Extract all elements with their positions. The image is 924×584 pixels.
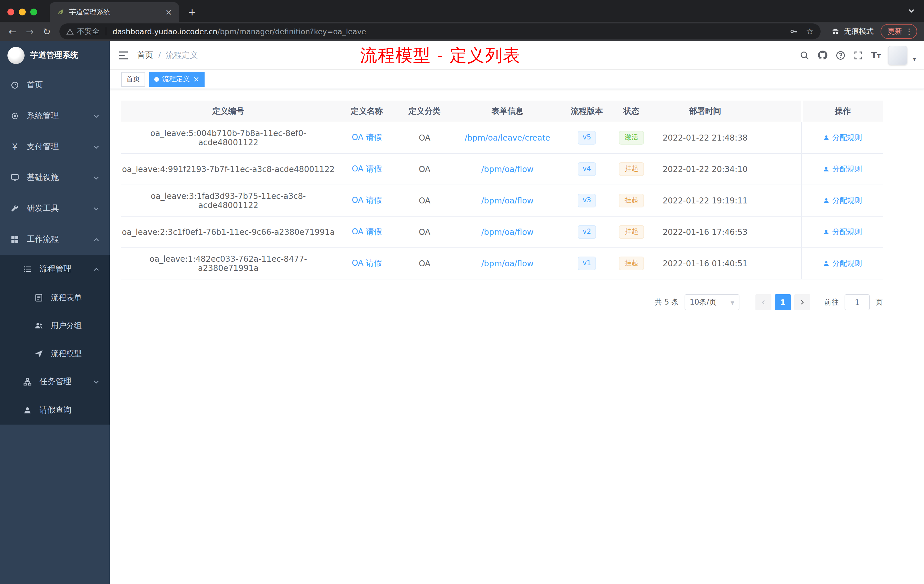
table-row: oa_leave:1:482ec033-762a-11ec-8477-a2380… bbox=[121, 248, 883, 279]
github-icon[interactable] bbox=[817, 50, 828, 61]
update-chip[interactable]: 更新 ⋮ bbox=[881, 24, 917, 39]
assign-rule-button[interactable]: 分配规则 bbox=[823, 258, 862, 269]
column-header-version: 流程版本 bbox=[564, 106, 610, 116]
sidebar-item-process-management[interactable]: 流程管理 bbox=[0, 255, 110, 284]
assign-rule-button[interactable]: 分配规则 bbox=[823, 133, 862, 143]
close-window-button[interactable] bbox=[7, 8, 14, 15]
table-row: oa_leave:2:3c1f0ef1-76b1-11ec-9c66-a2380… bbox=[121, 216, 883, 248]
sidebar-item-home[interactable]: 首页 bbox=[0, 70, 110, 101]
form-link[interactable]: /bpm/oa/flow bbox=[481, 228, 533, 237]
sidebar-item-label: 系统管理 bbox=[27, 111, 59, 121]
dashboard-icon bbox=[10, 81, 20, 90]
tab-close-icon[interactable]: × bbox=[163, 7, 174, 17]
definition-id: oa_leave:2:3c1f0ef1-76b1-11ec-9c66-a2380… bbox=[121, 228, 335, 237]
logo-avatar bbox=[7, 47, 25, 64]
definition-name-link[interactable]: OA 请假 bbox=[352, 195, 382, 205]
screen: 芋道管理系统 × + ← → ↻ 不安全 dashboard.yudao.ioc… bbox=[0, 0, 924, 584]
help-icon[interactable] bbox=[836, 50, 846, 60]
zoom-window-button[interactable] bbox=[30, 8, 37, 15]
definition-name-link[interactable]: OA 请假 bbox=[352, 164, 382, 173]
omnibox-actions: ☆ bbox=[789, 26, 814, 36]
warning-icon bbox=[66, 28, 74, 35]
breadcrumb: 首页 / 流程定义 bbox=[137, 50, 198, 60]
sidebar-item-label: 用户分组 bbox=[51, 320, 82, 331]
chevron-down-icon bbox=[93, 379, 99, 385]
assign-rule-button[interactable]: 分配规则 bbox=[823, 195, 862, 206]
main-area: 首页 / 流程定义 流程模型 - 定义列表 TT ▾ 首页 bbox=[110, 41, 924, 584]
browser-menu-kebab-icon[interactable]: ⋮ bbox=[905, 27, 913, 36]
tag-close-icon[interactable]: × bbox=[193, 76, 200, 83]
form-link[interactable]: /bpm/oa/leave/create bbox=[465, 133, 550, 142]
goto-page-input[interactable] bbox=[845, 294, 870, 310]
forward-button[interactable]: → bbox=[22, 24, 38, 39]
status-badge: 挂起 bbox=[619, 257, 644, 270]
address-bar[interactable]: 不安全 dashboard.yudao.iocoder.cn/bpm/manag… bbox=[59, 23, 820, 40]
tab-search-chevron-icon[interactable] bbox=[908, 7, 915, 14]
new-tab-button[interactable]: + bbox=[185, 6, 200, 18]
assign-rule-label: 分配规则 bbox=[832, 195, 862, 206]
task-icon bbox=[23, 377, 32, 386]
sidebar-item-devtools[interactable]: 研发工具 bbox=[0, 193, 110, 224]
form-link[interactable]: /bpm/oa/flow bbox=[481, 165, 533, 174]
password-key-icon[interactable] bbox=[789, 27, 798, 36]
sidebar-item-user-group[interactable]: 用户分组 bbox=[0, 312, 110, 340]
form-link[interactable]: /bpm/oa/flow bbox=[481, 259, 533, 268]
breadcrumb-separator: / bbox=[158, 51, 161, 59]
sidebar-item-task-management[interactable]: 任务管理 bbox=[0, 368, 110, 396]
status-badge: 挂起 bbox=[619, 225, 644, 239]
update-label: 更新 bbox=[888, 26, 902, 36]
font-size-icon[interactable]: TT bbox=[871, 50, 881, 60]
page-size-select[interactable]: 10条/页 ▾ bbox=[685, 294, 739, 310]
definition-name-link[interactable]: OA 请假 bbox=[352, 227, 382, 236]
incognito-icon bbox=[831, 27, 840, 36]
sidebar-item-payment[interactable]: ¥ 支付管理 bbox=[0, 132, 110, 162]
sidebar-item-process-model[interactable]: 流程模型 bbox=[0, 340, 110, 368]
browser-toolbar: ← → ↻ 不安全 dashboard.yudao.iocoder.cn/bpm… bbox=[0, 22, 924, 41]
sidebar-item-system[interactable]: 系统管理 bbox=[0, 101, 110, 132]
sidebar-item-infrastructure[interactable]: 基础设施 bbox=[0, 162, 110, 193]
assign-rule-button[interactable]: 分配规则 bbox=[823, 164, 862, 174]
hamburger-icon[interactable] bbox=[110, 51, 137, 60]
bookmark-star-icon[interactable]: ☆ bbox=[806, 26, 814, 36]
sidebar-item-label: 支付管理 bbox=[27, 142, 59, 152]
sidebar-item-leave-query[interactable]: 请假查询 bbox=[0, 396, 110, 425]
reload-button[interactable]: ↻ bbox=[39, 24, 55, 39]
sidebar-item-process-form[interactable]: 流程表单 bbox=[0, 284, 110, 312]
table-header: 定义编号 定义名称 定义分类 表单信息 流程版本 状态 部署时间 操作 bbox=[121, 101, 883, 122]
minimize-window-button[interactable] bbox=[19, 8, 26, 15]
definition-id: oa_leave:3:1fad3d93-7b75-11ec-a3c8-acde4… bbox=[121, 191, 335, 210]
prev-page-button[interactable] bbox=[756, 294, 771, 310]
sidebar-item-workflow[interactable]: 工作流程 bbox=[0, 224, 110, 255]
deploy-time: 2022-01-16 17:46:53 bbox=[653, 228, 757, 237]
tag-home[interactable]: 首页 bbox=[121, 72, 145, 87]
page-url[interactable]: dashboard.yudao.iocoder.cn/bpm/manager/d… bbox=[112, 27, 366, 36]
page-number-button[interactable]: 1 bbox=[775, 294, 791, 310]
back-button[interactable]: ← bbox=[5, 24, 21, 39]
assign-rule-label: 分配规则 bbox=[832, 258, 862, 269]
top-navbar: 首页 / 流程定义 流程模型 - 定义列表 TT ▾ bbox=[110, 41, 924, 70]
column-header-category: 定义分类 bbox=[398, 106, 451, 116]
sidebar-logo[interactable]: 芋道管理系统 bbox=[0, 41, 110, 70]
form-icon bbox=[34, 293, 43, 302]
avatar[interactable] bbox=[888, 45, 908, 65]
tags-view: 首页 流程定义 × bbox=[110, 70, 924, 89]
deploy-time: 2022-01-16 01:40:51 bbox=[653, 259, 757, 268]
tag-process-definition[interactable]: 流程定义 × bbox=[149, 72, 205, 87]
assign-rule-button[interactable]: 分配规则 bbox=[823, 227, 862, 237]
definition-name-link[interactable]: OA 请假 bbox=[352, 258, 382, 267]
deploy-time: 2022-01-22 19:19:11 bbox=[653, 196, 757, 205]
next-page-button[interactable] bbox=[794, 294, 810, 310]
column-header-form: 表单信息 bbox=[451, 106, 564, 116]
table-row: oa_leave:5:004b710b-7b8a-11ec-8ef0-acde4… bbox=[121, 122, 883, 154]
browser-tab[interactable]: 芋道管理系统 × bbox=[50, 2, 179, 22]
definition-name-link[interactable]: OA 请假 bbox=[352, 133, 382, 142]
avatar-caret-icon[interactable]: ▾ bbox=[913, 55, 916, 65]
search-icon[interactable] bbox=[800, 50, 810, 60]
fullscreen-icon[interactable] bbox=[853, 50, 864, 60]
security-label[interactable]: 不安全 bbox=[77, 26, 99, 36]
definition-id: oa_leave:1:482ec033-762a-11ec-8477-a2380… bbox=[121, 254, 335, 272]
navbar-actions: TT ▾ bbox=[800, 45, 924, 65]
breadcrumb-home[interactable]: 首页 bbox=[137, 50, 153, 60]
tab-title: 芋道管理系统 bbox=[69, 7, 158, 17]
form-link[interactable]: /bpm/oa/flow bbox=[481, 196, 533, 205]
